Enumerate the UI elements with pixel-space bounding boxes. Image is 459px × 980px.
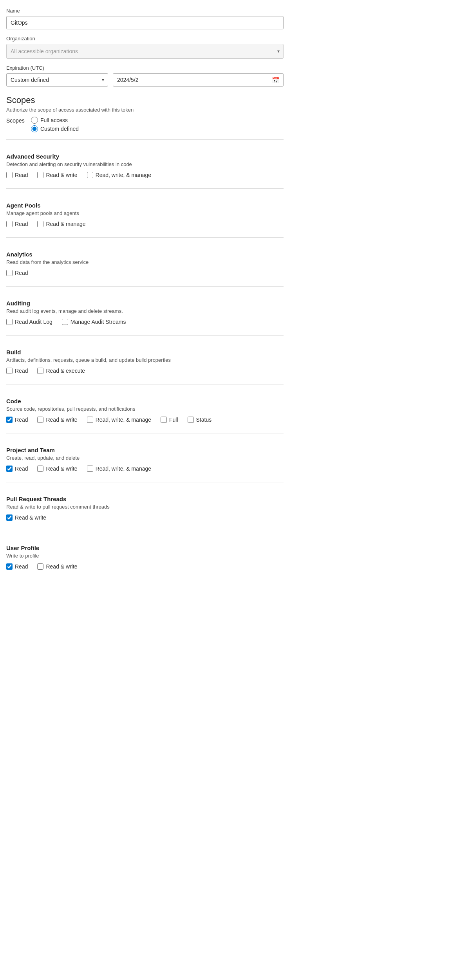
section-divider-user-profile <box>6 531 284 531</box>
checkbox-option-code-readwrite[interactable]: Read & write <box>37 417 77 423</box>
checkbox-option-agentpools-read[interactable]: Read <box>6 221 28 227</box>
checkbox-advsec-readwrite[interactable] <box>37 172 43 178</box>
checkbox-agentpools-readmanage[interactable] <box>37 221 43 227</box>
section-divider-auditing <box>6 286 284 287</box>
checkbox-option-userprofile-read[interactable]: Read <box>6 563 28 570</box>
checkbox-label-analytics-read: Read <box>15 270 28 276</box>
checkbox-row-code: ReadRead & writeRead, write, & manageFul… <box>6 417 284 423</box>
scope-desc-agent-pools: Manage agent pools and agents <box>6 210 284 216</box>
checkbox-option-build-read[interactable]: Read <box>6 368 28 374</box>
scope-section-code: CodeSource code, repositories, pull requ… <box>6 392 284 426</box>
expiration-date-input[interactable] <box>113 73 284 87</box>
checkbox-option-advsec-readwrite[interactable]: Read & write <box>37 172 77 178</box>
checkbox-option-projteam-read[interactable]: Read <box>6 466 28 472</box>
expiration-row: Custom defined 30 days 90 days 1 year ▾ … <box>6 73 284 87</box>
checkbox-option-advsec-readwritemanage[interactable]: Read, write, & manage <box>87 172 151 178</box>
scope-title-code: Code <box>6 398 284 404</box>
checkbox-prthreads-readwrite[interactable] <box>6 514 13 521</box>
checkbox-row-project-and-team: ReadRead & writeRead, write, & manage <box>6 466 284 472</box>
checkbox-analytics-read[interactable] <box>6 270 13 276</box>
checkbox-code-readwritemanage[interactable] <box>87 417 93 423</box>
full-access-option[interactable]: Full access <box>31 117 79 124</box>
scope-section-analytics: AnalyticsRead data from the analytics se… <box>6 245 284 279</box>
checkbox-label-agentpools-read: Read <box>15 221 28 227</box>
scopes-title: Scopes <box>6 95 284 105</box>
org-select[interactable]: All accessible organizations <box>6 44 284 59</box>
checkbox-option-code-readwritemanage[interactable]: Read, write, & manage <box>87 417 151 423</box>
checkbox-code-full[interactable] <box>161 417 167 423</box>
checkbox-auditing-managestreams[interactable] <box>62 319 68 325</box>
checkbox-option-prthreads-readwrite[interactable]: Read & write <box>6 514 46 521</box>
name-input[interactable] <box>6 16 284 29</box>
scope-title-agent-pools: Agent Pools <box>6 202 284 209</box>
checkbox-auditing-readlog[interactable] <box>6 319 13 325</box>
checkbox-build-read[interactable] <box>6 368 13 374</box>
checkbox-row-build: ReadRead & execute <box>6 368 284 374</box>
scope-section-pull-request-threads: Pull Request ThreadsRead & write to pull… <box>6 489 284 524</box>
scope-desc-auditing: Read audit log events, manage and delete… <box>6 308 284 314</box>
checkbox-label-advsec-readwrite: Read & write <box>46 172 77 178</box>
org-field-group: Organization All accessible organization… <box>6 36 284 59</box>
checkbox-label-auditing-readlog: Read Audit Log <box>15 319 52 325</box>
section-divider-agent-pools <box>6 188 284 189</box>
checkbox-projteam-readwritemanage[interactable] <box>87 466 93 472</box>
checkbox-option-build-readexecute[interactable]: Read & execute <box>37 368 85 374</box>
checkbox-option-projteam-readwrite[interactable]: Read & write <box>37 466 77 472</box>
checkbox-option-code-full[interactable]: Full <box>161 417 178 423</box>
custom-defined-label: Custom defined <box>40 126 79 132</box>
scope-title-pull-request-threads: Pull Request Threads <box>6 496 284 502</box>
checkbox-label-auditing-managestreams: Manage Audit Streams <box>70 319 126 325</box>
checkbox-option-analytics-read[interactable]: Read <box>6 270 28 276</box>
checkbox-build-readexecute[interactable] <box>37 368 43 374</box>
checkbox-code-read[interactable] <box>6 417 13 423</box>
section-divider-build <box>6 335 284 336</box>
scope-sections-container: Advanced SecurityDetection and alerting … <box>6 139 284 573</box>
scope-desc-analytics: Read data from the analytics service <box>6 259 284 265</box>
expiration-field-group: Expiration (UTC) Custom defined 30 days … <box>6 65 284 87</box>
checkbox-label-userprofile-read: Read <box>15 563 28 570</box>
checkbox-label-code-readwrite: Read & write <box>46 417 77 423</box>
date-input-wrap: 📅 <box>113 73 284 87</box>
scope-title-auditing: Auditing <box>6 300 284 307</box>
section-divider-project-and-team <box>6 433 284 433</box>
checkbox-row-pull-request-threads: Read & write <box>6 514 284 521</box>
checkbox-option-code-status[interactable]: Status <box>188 417 212 423</box>
scope-title-analytics: Analytics <box>6 251 284 258</box>
scope-desc-advanced-security: Detection and alerting on security vulne… <box>6 161 284 167</box>
scope-title-advanced-security: Advanced Security <box>6 153 284 160</box>
checkbox-option-userprofile-readwrite[interactable]: Read & write <box>37 563 77 570</box>
checkbox-advsec-read[interactable] <box>6 172 13 178</box>
checkbox-agentpools-read[interactable] <box>6 221 13 227</box>
scope-section-agent-pools: Agent PoolsManage agent pools and agents… <box>6 196 284 230</box>
checkbox-code-readwrite[interactable] <box>37 417 43 423</box>
checkbox-label-advsec-read: Read <box>15 172 28 178</box>
scope-desc-code: Source code, repositories, pull requests… <box>6 406 284 412</box>
full-access-label: Full access <box>40 117 68 123</box>
checkbox-userprofile-read[interactable] <box>6 563 13 570</box>
checkbox-projteam-readwrite[interactable] <box>37 466 43 472</box>
checkbox-advsec-readwritemanage[interactable] <box>87 172 93 178</box>
checkbox-label-agentpools-readmanage: Read & manage <box>46 221 85 227</box>
checkbox-option-advsec-read[interactable]: Read <box>6 172 28 178</box>
checkbox-option-auditing-readlog[interactable]: Read Audit Log <box>6 319 52 325</box>
checkbox-option-agentpools-readmanage[interactable]: Read & manage <box>37 221 85 227</box>
scopes-radio-group: Full access Custom defined <box>31 117 79 132</box>
org-label: Organization <box>6 36 284 42</box>
checkbox-option-projteam-readwritemanage[interactable]: Read, write, & manage <box>87 466 151 472</box>
scope-desc-user-profile: Write to profile <box>6 553 284 559</box>
checkbox-option-code-read[interactable]: Read <box>6 417 28 423</box>
checkbox-option-auditing-managestreams[interactable]: Manage Audit Streams <box>62 319 126 325</box>
scope-desc-pull-request-threads: Read & write to pull request comment thr… <box>6 504 284 510</box>
checkbox-label-build-read: Read <box>15 368 28 374</box>
checkbox-row-advanced-security: ReadRead & writeRead, write, & manage <box>6 172 284 178</box>
custom-defined-radio[interactable] <box>31 125 38 132</box>
full-access-radio[interactable] <box>31 117 38 124</box>
checkbox-projteam-read[interactable] <box>6 466 13 472</box>
scope-desc-project-and-team: Create, read, update, and delete <box>6 455 284 461</box>
expiration-label: Expiration (UTC) <box>6 65 284 71</box>
checkbox-userprofile-readwrite[interactable] <box>37 563 43 570</box>
custom-defined-option[interactable]: Custom defined <box>31 125 79 132</box>
expiration-select[interactable]: Custom defined 30 days 90 days 1 year <box>6 73 108 87</box>
checkbox-code-status[interactable] <box>188 417 194 423</box>
scope-title-project-and-team: Project and Team <box>6 447 284 453</box>
